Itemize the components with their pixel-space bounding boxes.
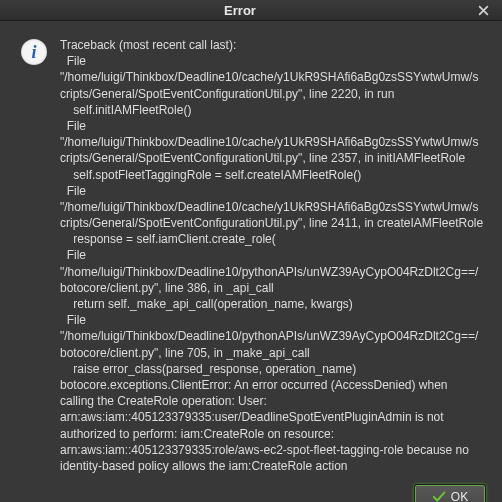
x-icon xyxy=(478,5,489,16)
button-row: OK xyxy=(0,484,502,502)
message-column: Traceback (most recent call last): File … xyxy=(54,37,484,474)
ok-button-label: OK xyxy=(451,490,468,502)
dialog-content: i Traceback (most recent call last): Fil… xyxy=(0,21,502,484)
window-title: Error xyxy=(8,3,472,18)
titlebar: Error xyxy=(0,0,502,21)
info-icon: i xyxy=(21,39,47,65)
error-message: Traceback (most recent call last): File … xyxy=(60,37,484,474)
check-icon xyxy=(432,490,446,502)
close-icon[interactable] xyxy=(472,0,494,20)
icon-column: i xyxy=(14,37,54,474)
ok-button[interactable]: OK xyxy=(414,484,486,502)
